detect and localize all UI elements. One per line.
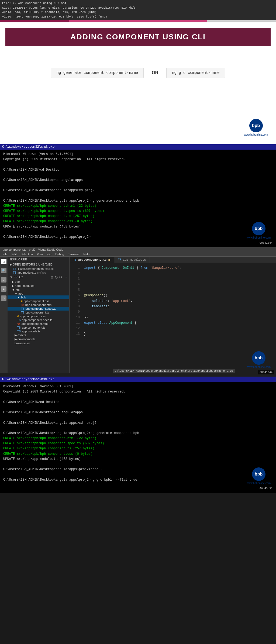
bpb-logo-circle-vscode: bpb <box>252 351 265 365</box>
bpb-logo-circle-cmd1: bpb <box>252 222 265 235</box>
bpb-logo-vscode: bpb www.bpbonline.com <box>247 351 271 369</box>
vscode-sidebar: EXPLORER ▶ OPEN EDITORS 1 UNSAVED TS ● a… <box>8 257 70 373</box>
progress-seg1 <box>0 20 69 22</box>
menu-edit[interactable]: Edit <box>12 253 17 256</box>
tab-app-component[interactable]: TS app.component.ts <box>70 257 114 263</box>
file-info-line4: Video: h264, yuv420p, 1280x720, 673 kb/s… <box>2 15 274 19</box>
tree-node-modules[interactable]: ▶ node_modules <box>8 284 69 288</box>
menu-file[interactable]: File <box>3 253 8 256</box>
tree-src[interactable]: ▼ src <box>8 288 69 292</box>
slide-title: ADDING COMPONENT USING CLI <box>11 33 265 41</box>
path-tooltip: C:\Users\IBM_ADMIN\Desktop\angularapps\p… <box>113 369 235 373</box>
bpb-website-cmd2: www.bpbonline.com <box>247 482 271 485</box>
editor-content: 1 import { Component, OnInit } from '@an… <box>70 263 276 373</box>
menu-go[interactable]: Go <box>47 253 51 256</box>
activity-explorer[interactable]: ❐ <box>1 259 6 264</box>
vscode-menubar: File Edit Selection View Go Debug Termin… <box>0 252 276 257</box>
tree-app-spec[interactable]: TS app.component.spec.ts <box>8 318 69 322</box>
cmd-content-2: Microsoft Windows [Version 6.1.7601] Cop… <box>0 382 276 485</box>
activity-debug[interactable]: ▶ <box>1 286 6 292</box>
bpb-website-cmd1: www.bpbonline.com <box>247 236 271 239</box>
tree-app-html[interactable]: <> app.component.html <box>8 322 69 326</box>
tree-browserslist[interactable]: browserslist <box>8 341 69 345</box>
bpb-logo-cmd2: bpb www.bpbonline.com <box>247 467 271 485</box>
vscode-body: ❐ 🔍 ⎇ ▶ ☐ EXPLORER ▶ OPEN EDITORS 1 UNSA… <box>0 257 276 373</box>
file-info-line2: Size: 26629617 bytes (25.40 MiB), durati… <box>2 6 274 10</box>
open-editor-app-component[interactable]: TS ● app.component.ts src/app <box>8 267 69 271</box>
open-editor-app-module[interactable]: TS app.module.ts src/app <box>8 271 69 274</box>
or-label: OR <box>152 70 158 75</box>
code-line-3: 3 <box>70 276 276 282</box>
code-line-8: 8 template: <box>70 304 276 309</box>
editor-tabs: TS app.component.ts TS app.module.ts <box>70 257 276 263</box>
menu-selection[interactable]: Selection <box>21 253 33 256</box>
code-line-7: 7 selector: 'app-root', <box>70 298 276 304</box>
slide-header: ADDING COMPONENT USING CLI <box>5 28 271 46</box>
code-line-2: 2 <box>70 271 276 276</box>
progress-bar <box>0 20 276 22</box>
cmd-titlebar-1: C:\windows\system32\cmd.exe <box>0 144 276 150</box>
bpb-website: www.bpbonline.com <box>244 133 268 136</box>
timestamp-cmd2: 00:43:31 <box>258 487 274 491</box>
activity-search[interactable]: 🔍 <box>1 268 6 273</box>
vscode-titlebar: app.component.ts - proj2 - Visual Studio… <box>0 247 276 252</box>
progress-seg3 <box>138 20 207 22</box>
cmd-box-2: ng g c component-name <box>166 68 225 78</box>
code-line-13: 13 } <box>70 331 276 337</box>
vscode-editor: TS app.component.ts TS app.module.ts 1 i… <box>70 257 276 373</box>
code-line-6: 6 @Component({ <box>70 293 276 298</box>
tree-app[interactable]: ▼ app <box>8 292 69 295</box>
vscode-section: app.component.ts - proj2 - Visual Studio… <box>0 247 276 377</box>
menu-terminal[interactable]: Terminal <box>68 253 80 256</box>
activity-bar: ❐ 🔍 ⎇ ▶ ☐ <box>0 257 8 373</box>
menu-help[interactable]: Help <box>83 253 89 256</box>
bpb-logo-circle-cmd2: bpb <box>252 467 265 481</box>
file-info-bar: File: 2. Add Component using CLI.mp4 Siz… <box>0 0 276 20</box>
code-line-5: 5 <box>70 287 276 293</box>
activity-extensions[interactable]: ☐ <box>1 295 6 301</box>
tree-environments[interactable]: ▶ environments <box>8 337 69 341</box>
tree-app-module[interactable]: TS app.module.ts <box>8 329 69 333</box>
tree-assets[interactable]: ▶ assets <box>8 333 69 337</box>
tree-bpb-ts[interactable]: TS bpb.component.ts <box>8 311 69 314</box>
bpb-website-vscode: www.bpbonline.com <box>247 366 271 369</box>
cmd-section-2: C:\windows\system32\cmd.exe Microsoft Wi… <box>0 377 276 493</box>
slide-commands: ng generate component component-name OR … <box>0 68 276 78</box>
activity-source-control[interactable]: ⎇ <box>1 277 6 283</box>
menu-debug[interactable]: Debug <box>55 253 64 256</box>
tree-bpb-css[interactable]: # bpb.component.css <box>8 299 69 303</box>
timestamp-cmd1: 00:41:44 <box>258 241 274 245</box>
bpb-logo-circle: bpb <box>249 119 263 132</box>
tree-e2e[interactable]: ▶ e2e <box>8 280 69 284</box>
code-line-10: 10 }) <box>70 315 276 320</box>
cmd-box-1: ng generate component component-name <box>51 68 144 78</box>
bpb-logo: bpb www.bpbonline.com <box>244 119 268 136</box>
cmd-titlebar-2: C:\windows\system32\cmd.exe <box>0 377 276 382</box>
code-line-1: 1 import { Component, OnInit } from '@an… <box>70 265 276 271</box>
tree-app-ts[interactable]: TS app.component.ts <box>8 326 69 329</box>
progress-seg2 <box>69 20 138 22</box>
bpb-logo-cmd1: bpb www.bpbonline.com <box>247 222 271 239</box>
tree-app-css[interactable]: # app.component.css <box>8 314 69 318</box>
vscode-title-text: app.component.ts - proj2 - Visual Studio… <box>3 248 63 251</box>
tab-app-module[interactable]: TS app.module.ts <box>114 257 150 263</box>
menu-view[interactable]: View <box>37 253 43 256</box>
cmd-section-1: C:\windows\system32\cmd.exe Microsoft Wi… <box>0 144 276 247</box>
progress-seg4 <box>207 20 276 22</box>
tree-bpb-html[interactable]: <> bpb.component.html <box>8 303 69 307</box>
code-line-11: 11 export class AppComponent { <box>70 320 276 326</box>
cmd-content-1: Microsoft Windows [Version 6.1.7601] Cop… <box>0 150 276 242</box>
tree-bpb-folder[interactable]: ▼ bpb <box>8 295 69 299</box>
open-editors-section[interactable]: ▶ OPEN EDITORS 1 UNSAVED <box>8 262 69 267</box>
proj2-section[interactable]: ▼ PROJ2 ⊕ ⊘ ↺ ⋯ <box>8 274 69 280</box>
timestamp-vscode: 00:41:44 <box>258 370 274 374</box>
file-info-line1: File: 2. Add Component using CLI.mp4 <box>2 1 274 6</box>
unsaved-dot <box>108 259 110 261</box>
file-info-line3: Audio: aac, 44100 Hz, 2 channels, s16, 1… <box>2 10 274 15</box>
slide-section: ADDING COMPONENT USING CLI ng generate c… <box>0 20 276 144</box>
code-line-4: 4 <box>70 282 276 287</box>
explorer-title: EXPLORER <box>8 257 69 262</box>
tree-bpb-spec[interactable]: TS bpb.component.spec.ts <box>8 307 69 311</box>
code-line-9: 9 <box>70 309 276 315</box>
code-line-12: 12 <box>70 326 276 331</box>
